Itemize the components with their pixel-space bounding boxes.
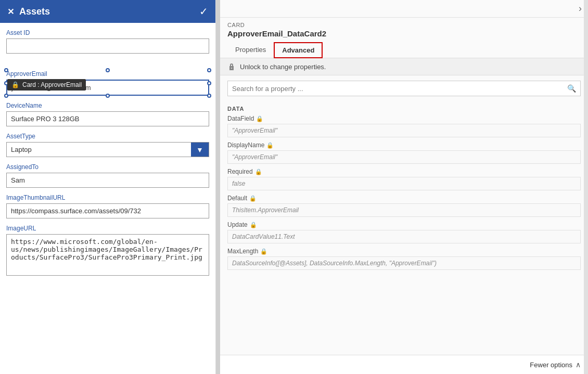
prop-lock-default: 🔒	[249, 195, 257, 202]
card-name: ApproverEmail_DataCard2	[220, 29, 588, 42]
tooltip-text: Card : ApproverEmail	[22, 81, 82, 88]
field-input-thumbnail-url[interactable]	[6, 203, 209, 218]
right-bottom-bar: Fewer options ∧	[220, 355, 588, 374]
prop-value-default: ThisItem.ApproverEmail	[227, 203, 581, 217]
asset-type-value: Laptop	[7, 143, 191, 157]
data-section-header: DATA	[227, 106, 581, 112]
field-label-asset-type: AssetType	[6, 133, 209, 140]
fewer-options-label: Fewer options	[530, 361, 572, 369]
prop-row-maxlength: MaxLength 🔒 DataSourceInfo([@Assets], Da…	[227, 248, 581, 270]
prop-lock-displayname: 🔒	[266, 142, 274, 149]
prop-label-required: Required 🔒	[227, 168, 581, 175]
tooltip-bubble: 🔒 Card : ApproverEmail	[7, 79, 86, 91]
prop-value-displayname: "ApproverEmail"	[227, 150, 581, 164]
left-header: ✕ Assets ✓	[0, 0, 215, 23]
field-group-image-url: ImageURL https://www.microsoft.com/globa…	[6, 225, 209, 277]
field-label-asset-id: Asset ID	[6, 29, 209, 36]
field-group-device-name: DeviceName	[6, 102, 209, 126]
tab-properties[interactable]: Properties	[227, 42, 274, 58]
panel-title: Assets	[19, 6, 50, 17]
header-title-group: ✕ Assets	[7, 6, 50, 17]
close-icon[interactable]: ✕	[7, 7, 14, 17]
field-input-device-name[interactable]	[6, 111, 209, 126]
field-textarea-image-url[interactable]: https://www.microsoft.com/global/en-us/n…	[6, 234, 209, 276]
prop-label-default: Default 🔒	[227, 195, 581, 202]
field-label-assigned-to: AssignedTo	[6, 163, 209, 171]
asset-type-select[interactable]: Laptop ▼	[6, 142, 209, 157]
prop-label-update: Update 🔒	[227, 221, 581, 228]
lock-message: Unlock to change properties.	[240, 63, 326, 71]
prop-value-maxlength: DataSourceInfo([@Assets], DataSourceInfo…	[227, 256, 581, 270]
field-input-asset-id[interactable]	[6, 38, 209, 54]
field-group-thumbnail-url: ImageThumbnailURL	[6, 194, 209, 218]
prop-row-datafield: DataField 🔒 "ApproverEmail"	[227, 115, 581, 137]
resize-handle-tr	[207, 68, 211, 72]
right-collapse-chevron[interactable]: ›	[579, 3, 582, 14]
prop-row-required: Required 🔒 false	[227, 168, 581, 190]
field-group-assigned-to: AssignedTo	[6, 163, 209, 188]
resize-handle-mr	[207, 81, 211, 85]
resize-handle-bl	[4, 94, 8, 98]
property-search-bar[interactable]: 🔍	[227, 81, 581, 96]
resize-handle-bm	[106, 94, 110, 98]
left-scroll-area: Asset ID 🔒 Card : ApproverEmail Approver…	[0, 23, 215, 374]
asset-type-dropdown-btn[interactable]: ▼	[191, 143, 209, 157]
field-input-assigned-to[interactable]	[6, 173, 209, 188]
search-icon: 🔍	[563, 81, 580, 96]
card-section-label: CARD	[220, 18, 588, 29]
resize-handle-br	[207, 94, 211, 98]
lock-banner: Unlock to change properties.	[220, 58, 588, 75]
prop-value-update: DataCardValue11.Text	[227, 230, 581, 243]
field-group-asset-type: AssetType Laptop ▼	[6, 133, 209, 157]
prop-value-datafield: "ApproverEmail"	[227, 124, 581, 137]
prop-lock-datafield: 🔒	[256, 115, 263, 122]
field-label-device-name: DeviceName	[6, 102, 209, 109]
check-icon[interactable]: ✓	[199, 5, 208, 18]
prop-row-default: Default 🔒 ThisItem.ApproverEmail	[227, 195, 581, 217]
resize-handle-tl	[4, 68, 8, 72]
right-content-area: DATA DataField 🔒 "ApproverEmail" Display…	[220, 101, 588, 374]
prop-lock-update: 🔒	[250, 222, 257, 228]
field-label-image-url: ImageURL	[6, 225, 209, 232]
lock-icon	[227, 62, 236, 71]
resize-handle-tm	[106, 68, 110, 72]
prop-row-displayname: DisplayName 🔒 "ApproverEmail"	[227, 141, 581, 164]
prop-lock-required: 🔒	[255, 169, 262, 175]
fewer-options-button[interactable]: Fewer options ∧	[530, 360, 581, 369]
right-panel: › CARD ApproverEmail_DataCard2 Propertie…	[220, 0, 588, 374]
prop-label-datafield: DataField 🔒	[227, 115, 581, 122]
prop-row-update: Update 🔒 DataCardValue11.Text	[227, 221, 581, 243]
left-scrollbar[interactable]	[216, 0, 220, 374]
prop-label-displayname: DisplayName 🔒	[227, 141, 581, 149]
lock-icon-small: 🔒	[11, 81, 19, 88]
field-group-asset-id: Asset ID	[6, 29, 209, 54]
left-panel: ✕ Assets ✓ Asset ID 🔒 Card : ApproverEma…	[0, 0, 216, 374]
tab-advanced[interactable]: Advanced	[274, 42, 323, 58]
fewer-options-chevron-icon: ∧	[576, 360, 581, 369]
prop-value-required: false	[227, 177, 581, 190]
tabs-bar: Properties Advanced	[220, 42, 588, 58]
property-search-input[interactable]	[228, 82, 563, 96]
prop-label-maxlength: MaxLength 🔒	[227, 248, 581, 255]
prop-lock-maxlength: 🔒	[260, 248, 267, 255]
right-scrollbar[interactable]	[584, 0, 588, 374]
field-label-thumbnail-url: ImageThumbnailURL	[6, 194, 209, 201]
right-top-bar: ›	[220, 0, 588, 18]
